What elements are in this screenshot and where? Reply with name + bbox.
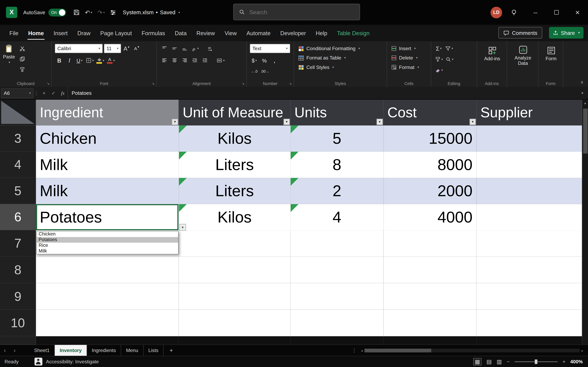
tab-draw[interactable]: Draw	[73, 25, 95, 41]
tab-data[interactable]: Data	[170, 25, 191, 41]
scroll-right-icon[interactable]: ▸	[580, 349, 585, 352]
new-sheet-button[interactable]: +	[170, 347, 173, 354]
zoom-out-icon[interactable]: −	[507, 359, 510, 364]
cancel-entry-icon[interactable]: ×	[39, 90, 49, 96]
increase-indent-icon[interactable]	[200, 56, 209, 65]
row-header-4[interactable]: 4	[0, 152, 36, 178]
cell-d4[interactable]: 8000	[384, 152, 476, 178]
data-validation-dropdown-button[interactable]: ▼	[179, 224, 186, 231]
maximize-button[interactable]	[546, 0, 567, 25]
sheet-nav-right-icon[interactable]: ›	[10, 347, 20, 354]
cell-d3[interactable]: 15000	[384, 125, 476, 151]
header-ingredient[interactable]: Ingredient ▼	[36, 100, 179, 125]
cell-c4[interactable]: 8	[291, 152, 384, 178]
vertical-scrollbar-thumb[interactable]	[583, 108, 588, 154]
cell-a11[interactable]	[36, 336, 179, 344]
cell-c5[interactable]: 2	[291, 178, 384, 204]
sheet-tab-lists[interactable]: Lists	[144, 345, 164, 356]
cell-b9[interactable]	[179, 283, 291, 310]
cell-c9[interactable]	[291, 283, 384, 310]
excel-logo-icon[interactable]: X	[6, 7, 17, 18]
comma-button[interactable]: ,	[270, 56, 279, 65]
addins-button[interactable]: Add-ins	[480, 46, 504, 61]
accessibility-status[interactable]: Accessibility: Investigate	[46, 359, 99, 364]
autosave-toggle[interactable]: On	[48, 8, 66, 16]
cell-a8[interactable]	[36, 257, 179, 283]
lightbulb-icon[interactable]	[510, 9, 518, 16]
form-button[interactable]: Form	[541, 46, 561, 61]
cell-d9[interactable]	[384, 283, 476, 310]
accessibility-icon[interactable]	[34, 358, 42, 366]
title-dropdown-icon[interactable]: ▾	[178, 11, 180, 14]
format-cells-button[interactable]: Format▾	[390, 63, 429, 72]
orientation-button[interactable]: ab ▾	[190, 44, 199, 53]
dropdown-item-milk[interactable]: Milk	[37, 248, 178, 254]
horizontal-scrollbar-thumb[interactable]	[364, 349, 431, 352]
row-header-10[interactable]: 10	[0, 310, 36, 336]
filter-button-ingredient[interactable]: ▼	[172, 119, 178, 125]
name-box-dropdown-icon[interactable]: ▾	[29, 92, 31, 95]
cell-b7[interactable]	[179, 230, 291, 257]
number-format-dropdown-icon[interactable]: ▾	[284, 47, 288, 50]
dropdown-item-potatoes[interactable]: Potatoes	[37, 237, 178, 243]
sheet-tab-sheet1[interactable]: Sheet1	[29, 345, 55, 356]
cell-styles-button[interactable]: Cell Styles ▾	[297, 63, 384, 72]
share-button[interactable]: Share ▾	[549, 27, 583, 39]
tab-table-design[interactable]: Table Design	[332, 25, 374, 41]
dropdown-item-chicken[interactable]: Chicken	[37, 231, 178, 237]
normal-view-icon[interactable]: ▦	[473, 358, 482, 365]
tab-file[interactable]: File	[4, 25, 23, 41]
formula-bar-handle[interactable]: ⋮	[33, 90, 39, 96]
tab-page-layout[interactable]: Page Layout	[95, 25, 137, 41]
align-top-icon[interactable]	[160, 44, 169, 53]
tab-view[interactable]: View	[220, 25, 242, 41]
wrap-text-button[interactable]: ab	[206, 44, 215, 53]
horizontal-scrollbar[interactable]: ◂ ▸	[359, 348, 585, 353]
cell-b3[interactable]: Kilos	[179, 125, 291, 151]
align-middle-icon[interactable]	[170, 44, 179, 53]
name-box[interactable]: A6 ▾	[1, 88, 33, 98]
row-header-6[interactable]: 6	[0, 204, 36, 230]
sort-filter-button[interactable]: ▾	[444, 44, 454, 53]
tab-insert[interactable]: Insert	[49, 25, 73, 41]
font-color-button[interactable]: A ▾	[106, 56, 115, 65]
tab-home[interactable]: Home	[23, 25, 49, 41]
cell-d5[interactable]: 2000	[384, 178, 476, 204]
copy-icon[interactable]	[18, 54, 27, 64]
avatar[interactable]: LD	[491, 7, 502, 18]
row-header-3[interactable]: 3	[0, 125, 36, 151]
zoom-slider-thumb[interactable]	[535, 359, 537, 364]
cell-e7[interactable]	[477, 230, 582, 257]
save-icon[interactable]	[71, 7, 82, 18]
decrease-indent-icon[interactable]	[190, 56, 199, 65]
minimize-button[interactable]: ─	[525, 0, 546, 25]
currency-button[interactable]: $▾	[250, 56, 259, 65]
cell-d10[interactable]	[384, 310, 476, 336]
cell-c8[interactable]	[291, 257, 384, 283]
page-break-view-icon[interactable]: ▥	[497, 358, 502, 365]
scroll-left-icon[interactable]: ◂	[359, 349, 364, 352]
row-header-8[interactable]: 8	[0, 257, 36, 283]
number-format-combo[interactable]: Text ▾	[250, 44, 290, 53]
increase-font-button[interactable]: A▲	[122, 44, 131, 53]
decrease-decimal-button[interactable]: .00→	[260, 67, 270, 76]
row-header-9[interactable]: 9	[0, 283, 36, 310]
cell-b6[interactable]: Kilos	[179, 204, 291, 230]
format-painter-icon[interactable]	[18, 65, 27, 74]
cell-b5[interactable]: Liters	[179, 178, 291, 204]
number-dialog-launcher[interactable]: ↘	[289, 82, 292, 85]
tab-formulas[interactable]: Formulas	[137, 25, 170, 41]
italic-button[interactable]: I	[65, 56, 74, 65]
cell-e11[interactable]	[477, 336, 582, 344]
row-header-5[interactable]: 5	[0, 178, 36, 204]
cell-e5[interactable]	[477, 178, 582, 204]
vertical-scrollbar[interactable]: ▲	[582, 100, 588, 344]
tab-developer[interactable]: Developer	[276, 25, 311, 41]
zoom-level[interactable]: 400%	[570, 359, 583, 364]
search-input[interactable]	[249, 8, 342, 16]
cell-b11[interactable]	[179, 336, 291, 344]
expand-formula-bar-icon[interactable]: ▾	[577, 91, 588, 95]
cell-b4[interactable]: Liters	[179, 152, 291, 178]
cell-d6[interactable]: 4000	[384, 204, 476, 230]
row-header-7[interactable]: 7	[0, 230, 36, 257]
